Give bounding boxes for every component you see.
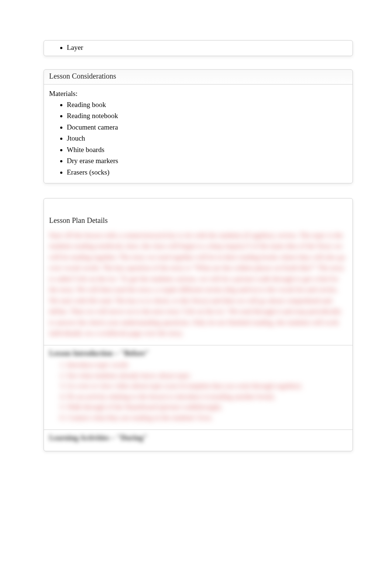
lesson-intro-paragraph: Start off the lesson with a connection/a… (44, 227, 353, 344)
vocab-item: Layer (67, 42, 347, 54)
intro-steps-list: Introduce topic words See what students … (49, 360, 347, 423)
list-item: See what students already know about top… (67, 370, 347, 381)
intro-subheading: Lesson Introduction – "Before" (44, 347, 353, 360)
considerations-box: Lesson Considerations Materials: Reading… (44, 69, 353, 184)
list-item: Reading book (67, 99, 347, 111)
materials-label: Materials: (49, 90, 347, 98)
intro-steps-container: Introduce topic words See what students … (44, 360, 353, 428)
list-item: Erasers (socks) (67, 167, 347, 178)
list-item: Walk through of the Smartboard (picture … (67, 402, 347, 413)
vocab-label: Layer (67, 44, 83, 51)
list-item: Go over or view video about topic (can i… (67, 381, 347, 392)
list-item: Reading notebook (67, 110, 347, 122)
list-item: Jtouch (67, 133, 347, 144)
list-item: White boards (67, 144, 347, 156)
materials-list: Reading book Reading notebook Document c… (49, 99, 347, 178)
details-heading: Lesson Plan Details (44, 199, 353, 227)
list-item: Do an activity relating to the lesson to… (67, 392, 347, 402)
considerations-heading: Lesson Considerations (44, 70, 353, 83)
list-item: Dry erase markers (67, 155, 347, 167)
list-item: Connect what they are reading in the stu… (67, 413, 347, 423)
list-item: Introduce topic words (67, 360, 347, 370)
vocabulary-box: Layer (44, 40, 353, 56)
activities-subheading: Learning Activities – "During" (44, 431, 353, 451)
list-item: Document camera (67, 122, 347, 133)
lesson-details-box: Lesson Plan Details Start off the lesson… (44, 198, 353, 451)
